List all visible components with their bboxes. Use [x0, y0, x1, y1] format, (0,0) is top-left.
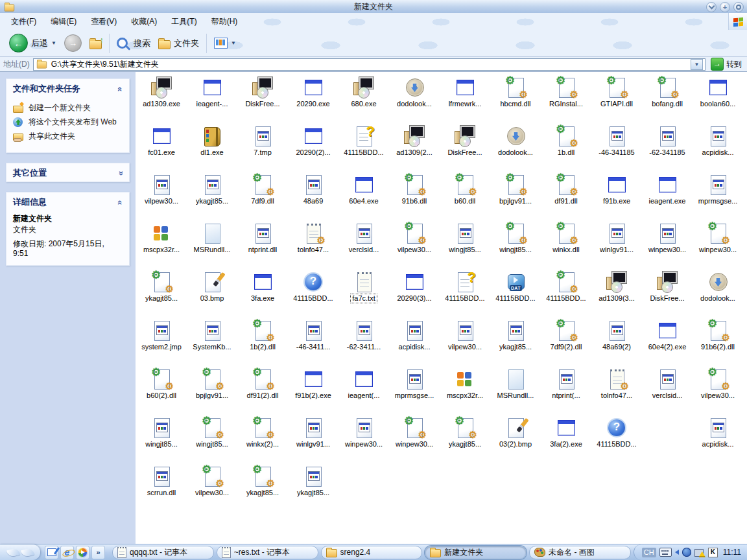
close-button[interactable]	[733, 2, 744, 12]
file-item[interactable]: dodolook...	[693, 268, 743, 316]
collapse-chevron-icon[interactable]: «	[115, 86, 125, 91]
file-item[interactable]: ad1309(2...	[389, 122, 440, 170]
file-item[interactable]: SystemKb...	[187, 316, 237, 365]
file-item[interactable]: ⚙⚙ df91.dll	[541, 170, 591, 219]
file-item[interactable]: ⚙⚙ vilpew30...	[187, 462, 237, 511]
sidebar-task-item[interactable]: 创建一个新文件夹	[13, 103, 123, 113]
file-item[interactable]: ntprint.dll	[237, 219, 288, 268]
file-item[interactable]: 3fa.exe	[237, 268, 288, 316]
warning-tray-icon[interactable]	[694, 548, 705, 557]
back-button[interactable]: ← 后退 ▼	[5, 32, 60, 54]
forward-button[interactable]: →	[60, 32, 86, 54]
file-item[interactable]: acpidisk...	[389, 316, 440, 365]
file-item[interactable]: winlgv91...	[288, 414, 338, 462]
file-item[interactable]: ykagjt85...	[187, 170, 237, 219]
file-item[interactable]: dl1.exe	[187, 122, 237, 170]
file-item[interactable]: ⚙⚙ winpew30...	[693, 219, 743, 268]
show-desktop-button[interactable]	[45, 546, 58, 559]
file-item[interactable]: wingjt85...	[136, 414, 187, 462]
file-item[interactable]: 20290(2)...	[288, 122, 338, 170]
network-tray-icon[interactable]	[682, 548, 691, 557]
file-item[interactable]: ⚙⚙ 7df9.dll	[237, 170, 288, 219]
file-item[interactable]: ⚙⚙ b60.dll	[440, 170, 490, 219]
file-item[interactable]: ⚙⚙ winkx(2)...	[237, 414, 288, 462]
file-item[interactable]: ⚙⚙ bpjlgv91...	[490, 170, 541, 219]
file-item[interactable]: vilpew30...	[136, 170, 187, 219]
menu-item[interactable]: 工具(T)	[164, 13, 204, 30]
file-list-area[interactable]: ad1309.exe ieagent-... DiskFree... 20290…	[136, 72, 747, 544]
file-item[interactable]: ⚙⚙ 91b6(2).dll	[693, 316, 743, 365]
file-item[interactable]: 48a69(2)	[591, 316, 642, 365]
views-button[interactable]: ▼	[210, 36, 240, 51]
taskbar-button[interactable]: ~res.txt - 记事本	[217, 546, 318, 559]
file-item[interactable]: mscpx32r...	[136, 219, 187, 268]
file-item[interactable]: f91b.exe	[591, 170, 642, 219]
file-item[interactable]: 3fa(2).exe	[541, 414, 591, 462]
file-item[interactable]: ⚙⚙ b60(2).dll	[136, 365, 187, 414]
file-item[interactable]: system2.jmp	[136, 316, 187, 365]
keyboard-icon[interactable]	[659, 548, 672, 557]
file-item[interactable]: DiskFree...	[237, 73, 288, 122]
file-item[interactable]: ? 41115BDD...	[288, 268, 338, 316]
taskbar-button[interactable]: 未命名 - 画图	[529, 546, 631, 559]
sidebar-task-item[interactable]: 将这个文件夹发布到 Web	[13, 117, 123, 127]
file-item[interactable]: ⚙⚙ bpjlgv91...	[187, 365, 237, 414]
file-item[interactable]: boolan60...	[693, 73, 743, 122]
file-item[interactable]: mscpx32r...	[440, 365, 490, 414]
file-item[interactable]: ? 41115BDD...	[440, 268, 490, 316]
antivirus-tray-icon[interactable]: K	[708, 548, 718, 557]
file-item[interactable]: winpew30...	[642, 219, 693, 268]
media-player-button[interactable]	[76, 546, 89, 559]
file-item[interactable]: 60e4.exe	[338, 170, 389, 219]
hide-tray-icons-arrow[interactable]	[675, 550, 679, 555]
file-item[interactable]: ⚙⚙ df91(2).dll	[237, 365, 288, 414]
file-item[interactable]: ? 41115BDD...	[591, 414, 642, 462]
file-item[interactable]: winlgv91...	[591, 219, 642, 268]
file-item[interactable]: fc01.exe	[136, 122, 187, 170]
menu-item[interactable]: 编辑(E)	[43, 13, 84, 30]
file-item[interactable]: ⚙⚙ winpew30...	[389, 414, 440, 462]
file-item[interactable]: ⚙⚙ 1b.dll	[541, 122, 591, 170]
taskbar-button[interactable]: qqqq.txt - 记事本	[112, 546, 214, 559]
quick-launch-overflow-button[interactable]: »	[91, 546, 105, 559]
file-item[interactable]: -46-341185	[591, 122, 642, 170]
file-item[interactable]: 7.tmp	[237, 122, 288, 170]
file-item[interactable]: ⚙⚙ GTIAPI.dll	[591, 73, 642, 122]
file-item[interactable]: MSRundll...	[187, 219, 237, 268]
file-item[interactable]: ⚙⚙ vilpew30...	[693, 365, 743, 414]
file-item[interactable]: wingjt85...	[440, 219, 490, 268]
file-item[interactable]: ⚙⚙ 7df9(2).dll	[541, 316, 591, 365]
address-input[interactable]: G:\共享文件夹\9.51\新建文件夹 ▼	[33, 58, 706, 71]
views-dropdown-icon[interactable]: ▼	[231, 40, 236, 46]
go-button[interactable]: → 转到	[709, 58, 744, 71]
file-item[interactable]: ieagent(...	[338, 365, 389, 414]
file-item[interactable]: -46-3411...	[288, 316, 338, 365]
title-bar[interactable]: 新建文件夹	[0, 0, 747, 14]
sidebar-task-item[interactable]: 共享此文件夹	[13, 132, 123, 141]
file-item[interactable]: ykagjt85...	[288, 462, 338, 511]
file-item[interactable]: ⚙ tolnfo47...	[288, 219, 338, 268]
file-item[interactable]: ieagent.exe	[642, 170, 693, 219]
menu-item[interactable]: 文件(F)	[4, 13, 43, 30]
taskbar-button[interactable]: 新建文件夹	[425, 546, 527, 559]
file-item[interactable]: ntprint(...	[541, 365, 591, 414]
file-item[interactable]: ad1309.exe	[136, 73, 187, 122]
file-item[interactable]: lfrmewrk...	[440, 73, 490, 122]
expand-chevron-icon[interactable]: «	[115, 170, 125, 175]
file-item[interactable]: 60e4(2).exe	[642, 316, 693, 365]
file-item[interactable]: ⚙⚙ 1b(2).dll	[237, 316, 288, 365]
menu-item[interactable]: 收藏(A)	[124, 13, 164, 30]
file-item[interactable]: ⚙⚙ ykagjt85...	[136, 268, 187, 316]
file-item[interactable]: ⚙⚙ 91b6.dll	[389, 170, 440, 219]
file-item[interactable]: f91b(2).exe	[288, 365, 338, 414]
file-item[interactable]: ⚙⚙ wingjt85...	[187, 414, 237, 462]
file-item[interactable]: -62-341185	[642, 122, 693, 170]
file-item[interactable]: winpew30...	[338, 414, 389, 462]
file-item[interactable]: acpidisk...	[693, 122, 743, 170]
file-item[interactable]: ⚙⚙ vilpew30...	[389, 219, 440, 268]
file-item[interactable]: ⚙⚙ 41115BDD...	[541, 268, 591, 316]
menu-item[interactable]: 帮助(H)	[204, 13, 245, 30]
file-item[interactable]: 03.bmp	[187, 268, 237, 316]
file-item[interactable]: acpidisk...	[693, 414, 743, 462]
search-button[interactable]: 搜索	[113, 36, 154, 51]
